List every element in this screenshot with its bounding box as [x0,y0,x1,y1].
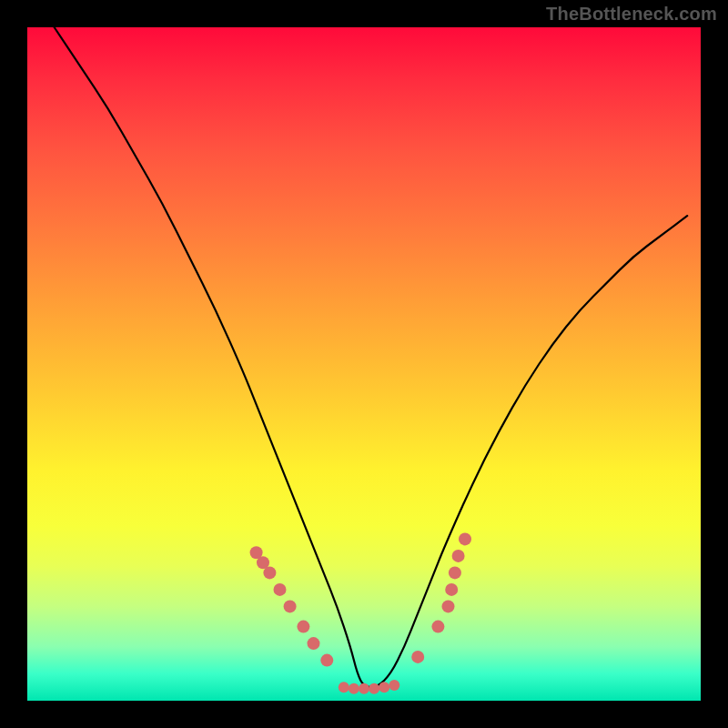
data-point [359,683,369,694]
data-point [379,682,389,693]
data-point [452,550,465,562]
data-point [442,600,455,612]
watermark-text: TheBottleneck.com [546,4,717,25]
chart-plot-area [27,27,701,701]
bottleneck-curve [55,27,688,687]
data-point [459,532,471,545]
data-point [339,682,349,693]
data-point [297,621,309,633]
data-point [320,654,333,667]
chart-svg [27,27,701,701]
data-point [449,566,461,579]
data-point [284,600,297,612]
data-points-group [250,532,471,693]
data-point [389,680,399,691]
data-point [431,621,444,633]
data-point [369,683,379,694]
data-point [308,637,320,650]
data-point [445,583,458,596]
data-point [263,566,276,579]
data-point [349,683,359,694]
data-point [274,583,287,596]
data-point [411,651,424,663]
